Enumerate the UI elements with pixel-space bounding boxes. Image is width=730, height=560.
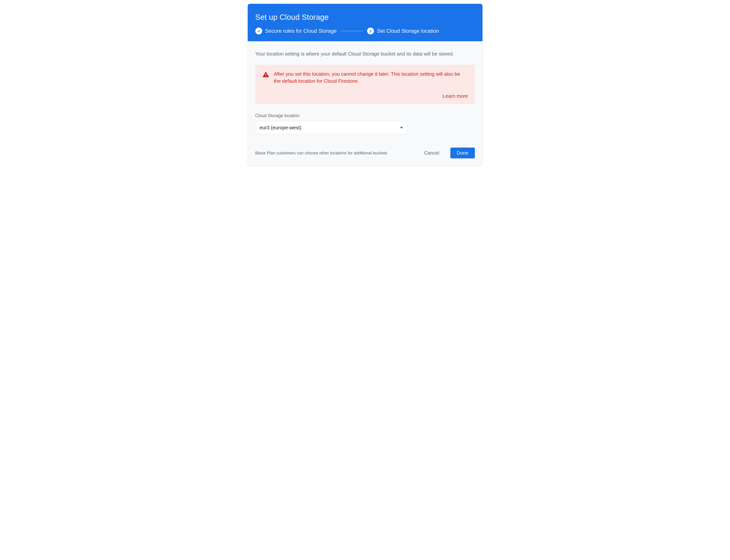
step-1-label: Secure rules for Cloud Storage <box>265 28 337 34</box>
location-select[interactable]: eur3 (europe-west) <box>255 121 407 134</box>
cancel-button[interactable]: Cancel <box>418 148 446 158</box>
dialog-title: Set up Cloud Storage <box>255 13 475 21</box>
dialog-header: Set up Cloud Storage Secure rules for Cl… <box>248 4 482 41</box>
location-select-value: eur3 (europe-west) <box>260 125 302 131</box>
done-button[interactable]: Done <box>450 148 475 158</box>
warning-banner: After you set this location, you cannot … <box>255 65 475 104</box>
footer-note: Blaze Plan customers can choose other lo… <box>255 151 413 156</box>
step-connector <box>341 31 363 31</box>
warning-footer: Learn more <box>262 93 468 99</box>
learn-more-link[interactable]: Learn more <box>443 93 468 99</box>
setup-cloud-storage-dialog: Set up Cloud Storage Secure rules for Cl… <box>248 4 482 165</box>
dialog-content: Your location setting is where your defa… <box>248 41 482 165</box>
step-2: 2 Set Cloud Storage location <box>367 28 439 34</box>
location-select-wrap: eur3 (europe-west) <box>255 121 407 134</box>
svg-rect-0 <box>266 74 266 75</box>
warning-text: After you set this location, you cannot … <box>274 71 468 85</box>
checkmark-icon <box>255 28 262 34</box>
warning-top: After you set this location, you cannot … <box>262 71 468 85</box>
chevron-down-icon <box>400 125 403 131</box>
location-description: Your location setting is where your defa… <box>255 50 475 58</box>
warning-triangle-icon <box>262 71 270 78</box>
location-field-label: Cloud Storage location <box>255 113 475 118</box>
step-1: Secure rules for Cloud Storage <box>255 28 337 34</box>
dialog-actions: Cancel Done <box>418 148 475 158</box>
stepper: Secure rules for Cloud Storage 2 Set Clo… <box>255 28 475 34</box>
svg-rect-1 <box>266 76 266 76</box>
step-2-label: Set Cloud Storage location <box>377 28 439 34</box>
step-2-number: 2 <box>367 28 374 34</box>
dialog-footer: Blaze Plan customers can choose other lo… <box>255 148 475 158</box>
